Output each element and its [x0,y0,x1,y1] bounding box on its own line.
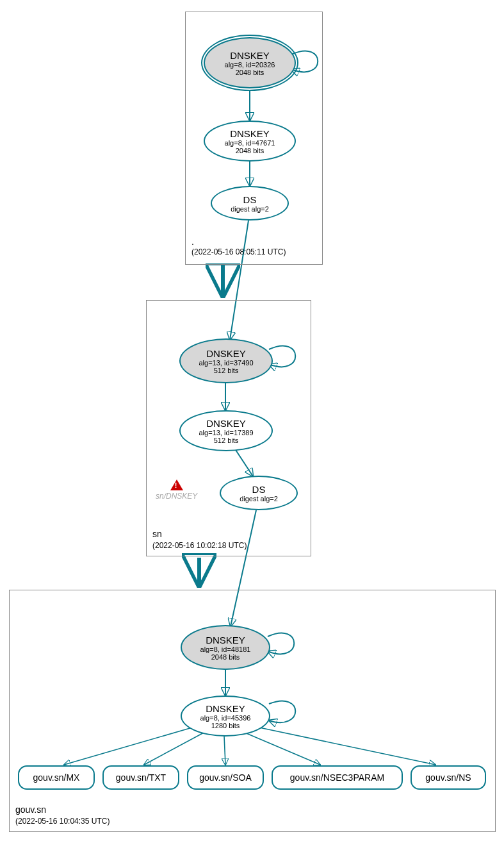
zone-root-name: . [191,236,194,247]
rr-label: gouv.sn/NSEC3PARAM [290,772,384,783]
gouv-dnskey-ksk: DNSKEY alg=8, id=48181 2048 bits [181,625,270,670]
rr-label: gouv.sn/MX [33,772,80,783]
sn-dnskey-zsk: DNSKEY alg=13, id=17389 512 bits [179,410,273,451]
node-title: DS [243,194,257,205]
rr-mx: gouv.sn/MX [18,765,95,790]
node-sub: 1280 bits [211,722,240,729]
gouv-dnskey-zsk: DNSKEY alg=8, id=45396 1280 bits [181,695,270,737]
zone-root-timestamp: (2022-05-16 08:05:11 UTC) [191,247,286,256]
node-sub: alg=13, id=17389 [199,429,253,437]
rr-txt: gouv.sn/TXT [102,765,179,790]
zone-gouv-timestamp: (2022-05-16 10:04:35 UTC) [15,817,110,826]
root-dnskey-zsk: DNSKEY alg=8, id=47671 2048 bits [204,121,296,162]
rr-ns: gouv.sn/NS [411,765,486,790]
root-dnskey-ksk: DNSKEY alg=8, id=20326 2048 bits [204,37,296,88]
sn-dnskey-ksk: DNSKEY alg=13, id=37490 512 bits [179,338,273,383]
rr-label: gouv.sn/TXT [116,772,166,783]
rr-nsec3param: gouv.sn/NSEC3PARAM [272,765,403,790]
node-sub: 2048 bits [236,69,264,76]
node-sub: 2048 bits [236,147,264,154]
node-title: DNSKEY [230,128,270,139]
root-ds: DS digest alg=2 [211,186,289,221]
node-sub: alg=13, id=37490 [199,359,253,367]
warning-text: sn/DNSKEY [156,492,197,501]
node-title: DNSKEY [230,50,270,61]
node-title: DNSKEY [206,418,246,429]
zone-sn-name: sn [152,528,162,540]
warning-icon [170,479,183,490]
node-sub: digest alg=2 [240,495,278,503]
node-title: DNSKEY [206,703,245,714]
sn-ds: DS digest alg=2 [220,476,298,510]
zone-gouv-name: gouv.sn [15,804,46,815]
rr-label: gouv.sn/NS [425,772,471,783]
zone-sn-timestamp: (2022-05-16 10:02:18 UTC) [152,541,247,550]
node-sub: alg=8, id=47671 [225,139,275,147]
node-sub: alg=8, id=48181 [200,645,251,653]
node-sub: alg=8, id=20326 [225,61,275,69]
rr-soa: gouv.sn/SOA [187,765,264,790]
sn-dnskey-warning: sn/DNSKEY [156,479,197,501]
node-title: DS [252,484,266,495]
dnssec-graph: . (2022-05-16 08:05:11 UTC) DNSKEY alg=8… [0,0,504,841]
node-sub: digest alg=2 [231,205,269,213]
node-sub: alg=8, id=45396 [200,714,251,722]
node-title: DNSKEY [206,348,246,359]
node-sub: 512 bits [214,437,239,444]
rr-label: gouv.sn/SOA [199,772,251,783]
node-title: DNSKEY [206,635,245,645]
node-sub: 2048 bits [211,653,240,661]
node-sub: 512 bits [214,367,239,374]
